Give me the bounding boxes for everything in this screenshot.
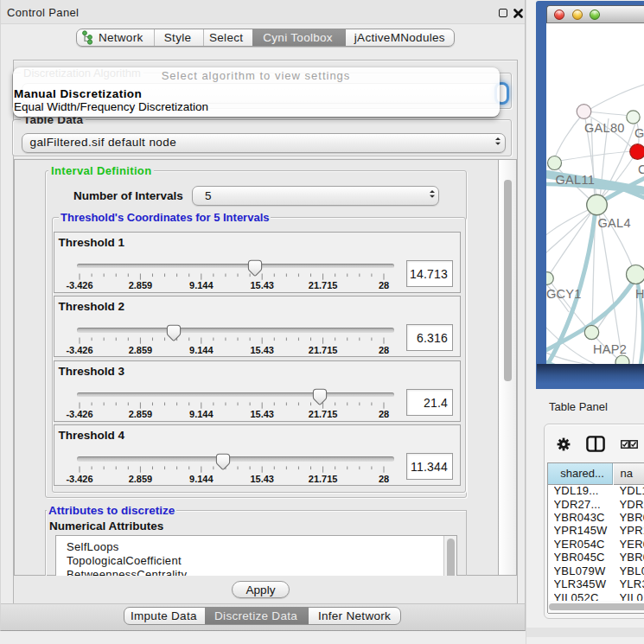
svg-text:GAL11: GAL11: [556, 173, 596, 187]
svg-text:G.: G.: [634, 126, 644, 140]
svg-text:CY: CY: [638, 163, 644, 176]
svg-text:H: H: [635, 287, 644, 301]
svg-text:HAP2: HAP2: [593, 342, 627, 356]
svg-text:GAL80: GAL80: [584, 121, 625, 135]
svg-text:GCY1: GCY1: [546, 287, 582, 301]
svg-text:GAL4: GAL4: [598, 216, 631, 230]
